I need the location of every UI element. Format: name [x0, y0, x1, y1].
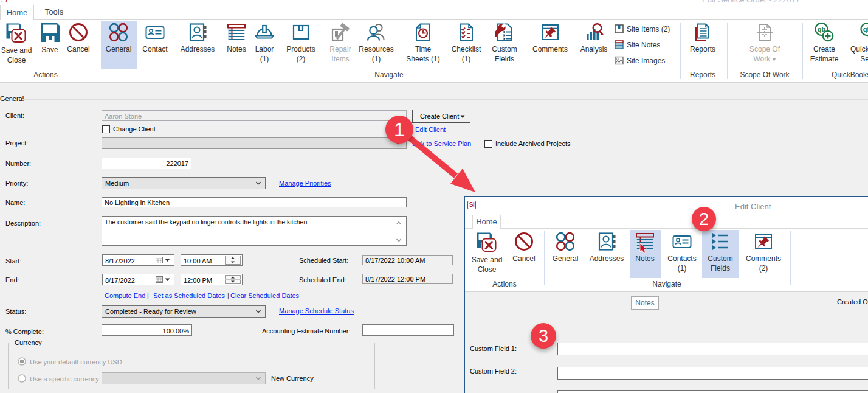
svg-text:qb: qb — [863, 26, 868, 33]
